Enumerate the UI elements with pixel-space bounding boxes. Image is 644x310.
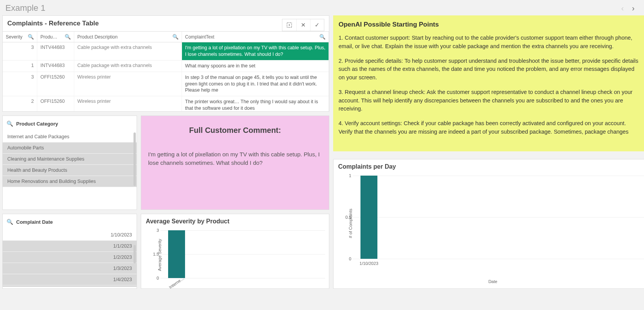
bar[interactable] — [360, 176, 377, 259]
cell-prod: OFFI15260 — [37, 72, 74, 96]
y-tick: 1 — [340, 173, 351, 178]
table-row[interactable]: 3OFFI15260Wireless printerIn step 3 of t… — [3, 72, 329, 97]
list-item[interactable]: Cleaning and Maintenance Supplies — [3, 154, 137, 165]
scrollbar-thumb[interactable] — [133, 245, 136, 263]
list-item[interactable]: 1/4/2023 — [3, 274, 137, 285]
bar[interactable] — [168, 230, 185, 278]
search-icon[interactable]: 🔍 — [172, 34, 179, 40]
list-item[interactable]: Health and Beauty Products — [3, 165, 137, 176]
product-category-panel: 🔍 Product Category Internet and Cable Pa… — [2, 116, 137, 210]
cell-sev: 3 — [3, 72, 37, 96]
product-category-title: 🔍 Product Category — [3, 116, 137, 131]
cell-desc: Cable package with extra channels — [74, 42, 182, 60]
search-icon[interactable]: 🔍 — [28, 34, 34, 40]
y-tick: 0 — [147, 276, 159, 280]
y-axis-label: # of Complaints — [348, 208, 353, 238]
avg-severity-chart[interactable]: Average Severity 01.53Interne… — [141, 229, 329, 281]
cell-prod: OFFI15260 — [37, 96, 74, 111]
search-icon[interactable]: 🔍 — [7, 219, 13, 225]
avg-severity-title: Average Severity by Product — [141, 214, 329, 229]
cell-desc: Cable package with extra channels — [74, 60, 182, 72]
y-tick: 0.5 — [340, 215, 351, 220]
col-severity[interactable]: Severity🔍 — [3, 32, 37, 42]
cell-sev: 2 — [3, 96, 37, 111]
openai-panel: OpenAI Possible Starting Points 1. Conta… — [333, 15, 644, 151]
cell-comp: In step 3 of the manual on page 45, it t… — [182, 72, 329, 96]
list-item[interactable]: 1/10/2023 — [3, 230, 137, 241]
cell-comp: What many spoons are in the set — [182, 60, 329, 72]
complaints-table-panel: Complaints - Reference Table ✕ ✓ Severit… — [2, 15, 329, 112]
search-icon[interactable]: 🔍 — [65, 34, 71, 40]
cancel-selection-button[interactable]: ✕ — [296, 19, 310, 31]
date-list[interactable]: 1/10/20231/1/20231/2/20231/3/20231/4/202… — [3, 230, 137, 287]
sheet-header: Example 1 ‹ › — [0, 0, 644, 15]
prev-sheet-button[interactable]: ‹ — [617, 4, 628, 13]
cell-prod: INTV44683 — [37, 42, 74, 60]
openai-paragraph: 3. Request a channel lineup check: Ask t… — [339, 88, 639, 113]
search-icon[interactable]: 🔍 — [7, 121, 13, 127]
category-list[interactable]: Internet and Cable PackagesAutomobile Pa… — [3, 131, 137, 208]
openai-title: OpenAI Possible Starting Points — [339, 21, 644, 28]
table-selection-toolbar: ✕ ✓ — [282, 19, 324, 31]
list-item[interactable]: Home Renovations and Building Supplies — [3, 176, 137, 187]
list-item[interactable]: 1/3/2023 — [3, 263, 137, 274]
list-item[interactable]: 1/2/2023 — [3, 252, 137, 263]
lasso-select-button[interactable] — [282, 19, 296, 31]
y-tick: 1.5 — [147, 252, 159, 256]
complaints-table-title: Complaints - Reference Table — [3, 16, 329, 31]
list-item[interactable]: 1/5/2023 — [3, 285, 137, 287]
col-product[interactable]: Produ…🔍 — [37, 32, 74, 42]
search-icon[interactable]: 🔍 — [319, 34, 325, 40]
full-comment-title: Full Customer Comment: — [141, 116, 329, 139]
openai-paragraph: 2. Provide specific details: To help cus… — [339, 57, 639, 82]
complaints-per-day-title: Complaints per Day — [334, 159, 644, 174]
table-body[interactable]: 3INTV44683Cable package with extra chann… — [3, 42, 329, 111]
list-item[interactable]: Internet and Cable Packages — [3, 131, 137, 142]
full-comment-panel: Full Customer Comment: I'm getting a lot… — [141, 116, 329, 210]
list-item[interactable]: 1/1/2023 — [3, 241, 137, 252]
openai-paragraph: 4. Verify account settings: Check if you… — [339, 119, 639, 136]
cell-prod: INTV44683 — [37, 60, 74, 72]
cell-comp: The printer works great… The only thing … — [182, 96, 329, 111]
y-tick: 0 — [340, 256, 351, 261]
table-row[interactable]: 3INTV44683Cable package with extra chann… — [3, 42, 329, 60]
cell-sev: 3 — [3, 42, 37, 60]
openai-paragraph: 1. Contact customer support: Start by re… — [339, 34, 639, 51]
list-item[interactable]: Automobile Parts — [3, 142, 137, 154]
table-header-row: Severity🔍 Produ…🔍 Product Description🔍 C… — [3, 31, 329, 42]
complaints-per-day-panel: Complaints per Day # of Complaints 00.51… — [333, 159, 644, 289]
page-title: Example 1 — [5, 3, 617, 13]
complaint-date-panel: 🔍 Complaint Date 1/10/20231/1/20231/2/20… — [2, 214, 137, 289]
col-description[interactable]: Product Description🔍 — [74, 32, 182, 42]
cell-sev: 1 — [3, 60, 37, 72]
cell-desc: Wireless printer — [74, 96, 182, 111]
confirm-selection-button[interactable]: ✓ — [310, 19, 324, 31]
complaints-per-day-chart[interactable]: # of Complaints 00.511/10/2023 Date — [334, 174, 644, 272]
complaint-date-title: 🔍 Complaint Date — [3, 214, 137, 230]
col-complaint[interactable]: ComplaintText🔍 — [182, 32, 329, 42]
y-tick: 3 — [147, 228, 159, 233]
x-axis-label: Date — [488, 279, 497, 284]
scrollbar-thumb[interactable] — [133, 132, 136, 186]
openai-body[interactable]: 1. Contact customer support: Start by re… — [339, 34, 644, 147]
cell-desc: Wireless printer — [74, 72, 182, 96]
next-sheet-button[interactable]: › — [628, 4, 639, 13]
svg-point-1 — [289, 25, 290, 26]
cell-comp: I'm getting a lot of pixellation on my T… — [182, 42, 329, 60]
x-tick: 1/10/2023 — [360, 261, 379, 266]
avg-severity-chart-panel: Average Severity by Product Average Seve… — [141, 214, 329, 289]
table-row[interactable]: 1INTV44683Cable package with extra chann… — [3, 60, 329, 72]
full-comment-body: I'm getting a lot of pixellation on my T… — [141, 139, 329, 179]
table-row[interactable]: 2OFFI15260Wireless printerThe printer wo… — [3, 96, 329, 111]
